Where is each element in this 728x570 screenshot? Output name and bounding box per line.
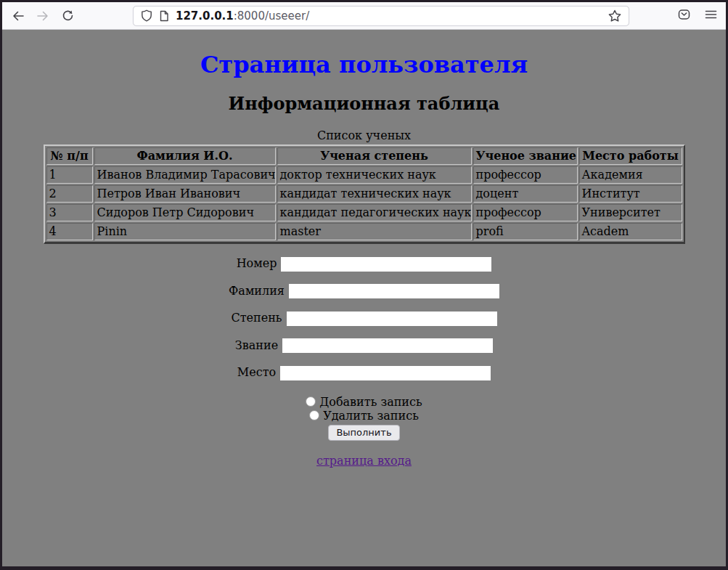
table-cell: Петров Иван Иванович (94, 185, 276, 203)
form-row: Степень (8, 311, 720, 326)
surname-label: Фамилия (229, 284, 285, 298)
degree-field[interactable] (287, 312, 497, 326)
add-record-label: Добавить запись (319, 395, 422, 409)
table-cell: 1 (46, 166, 93, 184)
shield-icon[interactable] (141, 9, 152, 22)
table-caption: Список ученых (44, 129, 685, 144)
table-cell: 2 (46, 185, 93, 203)
place-field[interactable] (280, 366, 491, 380)
column-header: Место работы (579, 147, 682, 165)
table-cell: Университет (579, 204, 682, 221)
forward-icon (36, 10, 49, 22)
table-row: 1 Иванов Владимир Тарасович доктор техни… (46, 166, 682, 184)
table-header-row: № п/п Фамилия И.О. Ученая степень Ученое… (46, 147, 682, 165)
reload-button[interactable] (57, 6, 78, 26)
table-cell: Сидоров Петр Сидорович (94, 204, 276, 221)
table-cell: доцент (473, 185, 578, 203)
table-cell: профессор (473, 204, 578, 221)
url-host: 127.0.0.1 (176, 9, 234, 23)
table-cell: профессор (473, 166, 578, 184)
table-row: 4 Pinin master profi Academ (46, 223, 682, 240)
back-icon (12, 10, 25, 22)
table-cell: кандидат педагогических наук (277, 204, 472, 221)
section-title: Информационная таблица (8, 93, 720, 114)
record-form: Номер Фамилия Степень Звание Место Добав… (8, 256, 720, 441)
execute-button[interactable]: Выполнить (328, 425, 399, 441)
back-button[interactable] (8, 6, 28, 26)
url-text: 127.0.0.1:8000/useeer/ (176, 9, 309, 23)
add-record-radio[interactable] (306, 396, 316, 407)
table-cell: 3 (46, 204, 93, 221)
column-header: Фамилия И.О. (94, 147, 276, 165)
table-row: 2 Петров Иван Иванович кандидат техничес… (46, 185, 682, 203)
page-viewport: Страница пользователя Информационная таб… (2, 30, 726, 566)
url-bar[interactable]: 127.0.0.1:8000/useeer/ (133, 6, 629, 26)
page-icon[interactable] (159, 10, 169, 22)
reload-icon (62, 9, 74, 22)
form-row: Место (8, 365, 720, 380)
browser-toolbar: 127.0.0.1:8000/useeer/ (2, 2, 726, 30)
number-field[interactable] (281, 257, 491, 272)
form-row: Фамилия (8, 284, 720, 299)
delete-record-radio[interactable] (309, 410, 319, 420)
degree-label: Степень (231, 311, 282, 325)
table-cell: Academ (579, 223, 682, 240)
pocket-button[interactable] (678, 9, 690, 23)
bookmark-star-button[interactable] (608, 9, 621, 23)
radio-option-add[interactable]: Добавить запись (8, 395, 720, 409)
login-page-link[interactable]: страница входа (316, 454, 412, 468)
table-cell: Академия (579, 166, 682, 184)
place-label: Место (237, 365, 276, 379)
action-radio-group: Добавить запись Удалить запись (8, 395, 720, 423)
number-label: Номер (237, 256, 277, 270)
column-header: Ученая степень (277, 147, 472, 165)
toolbar-right-icons (678, 9, 717, 23)
table-cell: Pinin (94, 223, 276, 240)
menu-button[interactable] (705, 9, 717, 23)
table-cell: Институт (579, 185, 682, 203)
table-cell: кандидат технических наук (277, 185, 472, 203)
radio-option-delete[interactable]: Удалить запись (8, 409, 720, 423)
table-row: 3 Сидоров Петр Сидорович кандидат педаго… (46, 204, 682, 221)
table-cell: Иванов Владимир Тарасович (94, 166, 276, 184)
browser-window: 127.0.0.1:8000/useeer/ Страница пользова… (0, 0, 728, 570)
delete-record-label: Удалить запись (323, 409, 419, 423)
table-cell: master (277, 223, 472, 240)
form-row: Номер (8, 256, 720, 272)
table-cell: profi (473, 223, 578, 240)
column-header: Ученое звание (473, 147, 578, 165)
page-title: Страница пользователя (8, 51, 720, 78)
scientists-table: Список ученых № п/п Фамилия И.О. Ученая … (44, 129, 685, 244)
table-cell: 4 (46, 223, 93, 240)
rank-label: Звание (235, 338, 278, 352)
url-path: :8000/useeer/ (234, 9, 310, 23)
forward-button[interactable] (33, 6, 53, 26)
form-row: Звание (8, 338, 720, 354)
surname-field[interactable] (289, 284, 499, 298)
table-cell: доктор технических наук (277, 166, 472, 184)
column-header: № п/п (46, 147, 93, 165)
rank-field[interactable] (282, 338, 493, 353)
